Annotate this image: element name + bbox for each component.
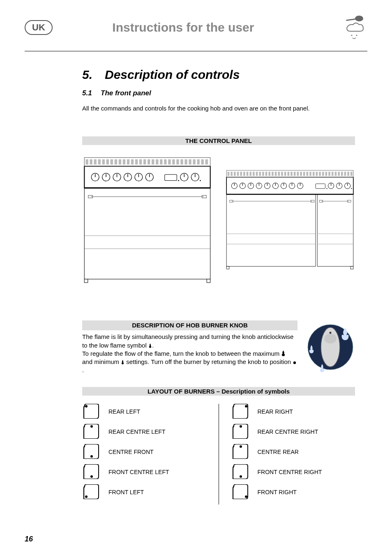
svg-point-161	[240, 425, 242, 428]
svg-rect-128	[341, 172, 343, 176]
svg-rect-93	[231, 172, 233, 176]
svg-rect-61	[84, 188, 210, 279]
burner-position-icon	[231, 404, 250, 420]
svg-rect-20	[143, 159, 146, 165]
svg-rect-124	[328, 172, 330, 176]
svg-rect-31	[189, 159, 191, 165]
svg-rect-32	[193, 159, 195, 165]
burner-row: CENTRE REAR	[231, 444, 355, 460]
svg-rect-134	[226, 194, 316, 266]
svg-rect-95	[237, 172, 239, 176]
hob-p2: To regulate the flow of the flame, turn …	[82, 350, 297, 375]
svg-rect-102	[259, 172, 261, 176]
control-panel-bar: THE CONTROL PANEL	[82, 136, 355, 145]
svg-rect-12	[111, 159, 113, 165]
off-dot-icon	[293, 360, 297, 364]
svg-point-163	[240, 475, 242, 478]
svg-rect-24	[160, 159, 162, 165]
svg-rect-147	[350, 266, 353, 269]
svg-rect-15	[123, 159, 125, 165]
burner-row: FRONT CENTRE RIGHT	[231, 464, 355, 480]
flame-large-icon	[281, 350, 286, 356]
svg-rect-8	[94, 159, 97, 165]
svg-rect-97	[243, 172, 245, 176]
burner-row: FRONT RIGHT	[231, 484, 355, 500]
burner-label: FRONT LEFT	[108, 489, 144, 495]
svg-rect-65	[226, 170, 353, 177]
svg-rect-35	[205, 159, 208, 165]
svg-rect-6	[85, 159, 88, 165]
svg-rect-25	[164, 159, 166, 165]
svg-rect-21	[148, 159, 150, 165]
burner-position-icon	[82, 464, 101, 480]
svg-point-159	[85, 495, 88, 498]
svg-rect-22	[152, 159, 154, 165]
svg-point-158	[90, 475, 93, 478]
svg-rect-127	[338, 172, 340, 176]
svg-rect-28	[176, 159, 179, 165]
svg-point-2	[351, 35, 352, 36]
burner-position-icon	[231, 464, 250, 480]
content-area: 5. Description of controls 5.1 The front…	[25, 68, 367, 504]
burner-row: REAR CENTRE LEFT	[82, 424, 206, 440]
knob-icon	[306, 320, 355, 374]
svg-rect-123	[325, 172, 327, 176]
svg-point-148	[293, 362, 296, 364]
svg-rect-113	[294, 172, 296, 176]
burner-label: REAR CENTRE LEFT	[108, 428, 165, 435]
hob-knob-bar: DESCRIPTION OF HOB BURNER KNOB	[82, 320, 297, 330]
svg-point-52	[200, 180, 201, 181]
svg-rect-132	[316, 184, 325, 189]
svg-rect-98	[247, 172, 249, 176]
section-title: Description of controls	[105, 68, 240, 82]
section-heading: 5. Description of controls	[82, 68, 355, 82]
svg-rect-101	[256, 172, 258, 176]
burner-row: FRONT LEFT	[82, 484, 206, 500]
svg-rect-92	[228, 172, 230, 176]
burner-layout-section: LAYOUT OF BURNERS – Description of symbo…	[82, 387, 355, 504]
svg-rect-99	[249, 172, 251, 176]
single-oven-panel-icon	[82, 153, 212, 283]
svg-rect-17	[131, 159, 134, 165]
burner-label: CENTRE REAR	[258, 449, 299, 455]
svg-rect-29	[180, 159, 183, 165]
svg-rect-94	[234, 172, 236, 176]
burner-position-icon	[231, 424, 250, 440]
burner-row: CENTRE FRONT	[82, 444, 206, 460]
svg-rect-116	[303, 172, 305, 176]
flame-small-icon	[121, 359, 125, 364]
page-header: UK Instructions for the user	[25, 12, 367, 51]
svg-point-156	[90, 425, 93, 428]
burner-label: REAR RIGHT	[258, 408, 293, 415]
burner-layout-left-col: REAR LEFTREAR CENTRE LEFTCENTRE FRONTFRO…	[82, 404, 219, 504]
hob-p1: The flame is lit by simultaneously press…	[82, 333, 297, 350]
subsection-heading: 5.1 The front panel	[82, 89, 355, 97]
svg-point-91	[351, 188, 352, 189]
svg-rect-27	[172, 159, 175, 165]
svg-rect-111	[287, 172, 289, 176]
svg-rect-135	[317, 194, 353, 266]
svg-rect-104	[265, 172, 267, 176]
svg-rect-129	[344, 172, 346, 176]
burner-label: FRONT RIGHT	[258, 489, 297, 495]
svg-rect-7	[90, 159, 92, 165]
svg-rect-121	[319, 172, 321, 176]
svg-rect-18	[135, 159, 138, 165]
svg-point-3	[356, 35, 357, 36]
burner-row: REAR RIGHT	[231, 404, 355, 420]
svg-rect-126	[335, 172, 337, 176]
svg-rect-63	[207, 279, 210, 282]
svg-rect-108	[278, 172, 280, 176]
burner-position-icon	[231, 444, 250, 460]
svg-rect-30	[184, 159, 187, 165]
svg-rect-110	[284, 172, 286, 176]
svg-rect-19	[139, 159, 142, 165]
svg-rect-109	[281, 172, 283, 176]
svg-rect-105	[268, 172, 270, 176]
svg-rect-100	[253, 172, 255, 176]
burner-layout-bar: LAYOUT OF BURNERS – Description of symbo…	[82, 387, 355, 396]
hob-knob-section: DESCRIPTION OF HOB BURNER KNOB The flame…	[82, 320, 355, 375]
svg-rect-23	[156, 159, 158, 165]
svg-point-53	[178, 180, 179, 181]
svg-rect-33	[197, 159, 199, 165]
